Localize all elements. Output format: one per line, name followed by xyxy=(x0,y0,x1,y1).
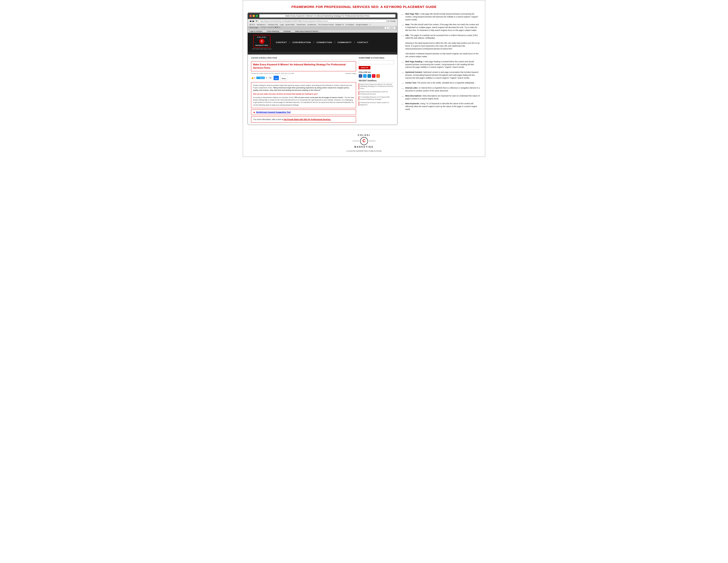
thumbs-up-icon: 👍 xyxy=(251,77,254,79)
footer-logo: COLOSI C MARKETING A COLOSI MARKETING PU… xyxy=(346,134,382,152)
toolbar-tweetcharts[interactable]: TweetCharts xyxy=(296,24,306,26)
article-author: Posted by Joelle Colosi on Thu, Aug 09, … xyxy=(251,72,294,74)
annotation-2: — Note: The title should match the conte… xyxy=(402,23,480,32)
footer-logo-top: COLOSI xyxy=(358,134,370,136)
annotation-9: — Internal Links: An internal link is a … xyxy=(402,86,480,92)
nav-context[interactable]: CONTEXT xyxy=(276,41,287,43)
subscribe-title: SUBSCRIBE to Fresh Ideas xyxy=(359,57,394,59)
page-footer: COLOSI C MARKETING A COLOSI MARKETING PU… xyxy=(248,129,480,152)
signup-button[interactable]: SIGN-UP xyxy=(359,66,370,69)
twitter-icon[interactable]: t xyxy=(363,74,367,78)
browser-bookmarks: Share page: f t ✉ g+ ✄ ♦ ★ M ✉ ☎ ◉ ➤ ♡ Q… xyxy=(248,26,397,30)
article-image-label: website image xyxy=(345,72,356,74)
browser-navbar: ◀ ▶ ↻ http://blog.colosimarketing.com/bl… xyxy=(248,19,397,23)
tweet-btn[interactable]: Tweet xyxy=(259,77,264,79)
content-search[interactable]: Q~ content xyxy=(384,26,396,29)
share-count: 18 xyxy=(268,77,272,79)
toolbar-register[interactable]: Register Yo xyxy=(336,24,344,26)
linkedin-icon[interactable]: in xyxy=(368,74,371,78)
annotation-7: — Optimized Content: Optimized content i… xyxy=(402,71,480,79)
site-header: COLOSI C MARKETING fresh ideas that make… xyxy=(248,33,397,52)
logo-c-icon: C xyxy=(259,39,265,44)
annotation-10: — Meta Descriptions: Meta descriptions a… xyxy=(402,94,480,100)
articles-header: Current Articles | RSS Feed xyxy=(251,57,356,60)
article-meta: Posted by Joelle Colosi on Thu, Aug 09, … xyxy=(251,72,356,74)
nav-contact[interactable]: CONTACT xyxy=(357,41,368,43)
annotations-section: — Web Page Title: A web page title shoul… xyxy=(402,13,480,113)
pinterest-icon[interactable]: P xyxy=(372,74,375,78)
tab-title[interactable]: Make Every Keyword A Winner! An Inbound … xyxy=(259,14,396,18)
traffic-lights xyxy=(250,15,258,17)
article-title: Make Every Keyword A Winner! An Inbound … xyxy=(251,61,356,71)
more-info-text: For more information, take a look at xyxy=(253,118,284,120)
toolbar-common[interactable]: The Common Pursuit xyxy=(318,24,334,26)
browser-window: Make Every Keyword A Winner! An Inbound … xyxy=(248,13,398,125)
bookmark-hootsuite[interactable]: HootSuite xyxy=(283,30,291,32)
gplus-count: 0 xyxy=(266,77,267,79)
toolbar-analytics[interactable]: Google Analytics xyxy=(356,24,368,26)
article-body: People looking for service providers beg… xyxy=(251,82,356,108)
recent-item-3: 5 Compelling Reasons To Prospect With In… xyxy=(359,96,394,100)
annotation-5: — Add dashes in between keyword phrases … xyxy=(402,52,480,58)
site-subheader xyxy=(248,52,397,55)
bullet-icon: ■ xyxy=(253,111,255,113)
recent-item-2: Wicked Inbound Marketing Funnel For Prof… xyxy=(359,91,394,95)
toolbar-more[interactable]: » xyxy=(370,24,371,26)
minimize-button-icon[interactable] xyxy=(253,15,255,17)
annotation-3: — URL: The pages of a website can be acc… xyxy=(402,34,480,40)
url-bar[interactable]: http://blog.colosimarketing.com/blog/bid… xyxy=(259,20,386,23)
site-logo: COLOSI C MARKETING fresh ideas that make… xyxy=(252,35,272,50)
bookmark-colosi[interactable]: Colosi Marketing xyxy=(267,30,279,32)
share-btn[interactable]: Share xyxy=(281,77,286,79)
rss-icon[interactable]: ⬡ xyxy=(376,74,380,78)
maximize-button-icon[interactable] xyxy=(256,15,258,17)
toolbar-item: ⊞ ⊟ ⊡ xyxy=(250,24,255,26)
google-label: Q~ Google xyxy=(388,20,396,22)
logo-tagline: fresh ideas that make sense xyxy=(252,48,272,50)
footer-subtitle: A COLOSI MARKETING PUBLICATION xyxy=(346,150,382,152)
annotation-4: — Weaving in the ideal keyword terms wit… xyxy=(402,42,480,50)
more-info-box: For more information, take a look at Get… xyxy=(251,116,356,122)
subscribe-input[interactable] xyxy=(359,60,394,64)
forward-icon[interactable]: ▶ xyxy=(253,20,254,22)
footer-line-left xyxy=(353,141,359,141)
tweet-icon: 🐦 xyxy=(257,77,259,79)
refresh-icon[interactable]: ↻ xyxy=(256,20,257,22)
recent-item-1: Make Every Keyword A Winner! An Inbound … xyxy=(359,83,394,90)
back-icon[interactable]: ◀ xyxy=(250,20,251,22)
like-count: 0 xyxy=(254,77,255,79)
bookmark-article[interactable]: Make Every Keyword A Winner! ... xyxy=(295,30,320,32)
toolbar-hubspot[interactable]: th HubSpot xyxy=(346,24,354,26)
annotation-6: — Web Page Heading: A web page heading i… xyxy=(402,60,480,69)
nav-community[interactable]: COMMUNITY xyxy=(338,41,352,43)
close-button-icon[interactable] xyxy=(250,15,252,17)
follow-title: FOLLOW me xyxy=(359,71,394,73)
toolbar-architecture[interactable]: Architecture xyxy=(308,24,316,26)
share-icons: f t ✉ g+ ✄ ♦ ★ M ✉ ☎ ◉ ➤ ♡ xyxy=(261,26,282,29)
social-icons: f t in P ⬡ xyxy=(359,74,394,78)
annotation-8: — Anchor Text: The anchor text is the vi… xyxy=(402,81,480,84)
annotation-1: — Web Page Title: A web page title shoul… xyxy=(402,13,480,21)
toolbar-hubspot-faq[interactable]: HubSpot FAQ xyxy=(268,24,278,26)
logo-bottom-text: MARKETING xyxy=(255,44,268,46)
social-bar: 👍 0 🐦 Tweet 0 18 Like xyxy=(251,75,356,80)
page-title: FRAMEWORK FOR PROFESSIONAL SERVICES SEO:… xyxy=(248,5,480,9)
keyword-tool-link[interactable]: Wordstream Keyword Suggestion Tool xyxy=(256,111,291,113)
keyword-tool-box: ■ Wordstream Keyword Suggestion Tool xyxy=(251,109,356,115)
bookmark-bar: Login to HubSpot Colosi Marketing HootSu… xyxy=(248,30,397,33)
nav-conversation[interactable]: CONVERSATION xyxy=(293,41,311,43)
facebook-icon[interactable]: f xyxy=(359,74,362,78)
bookmark-hubspot[interactable]: Login to HubSpot xyxy=(250,30,262,32)
main-content-right: SUBSCRIBE to Fresh Ideas SIGN-UP FOLLOW … xyxy=(359,57,394,122)
recent-headlines-title: RECENT headlines xyxy=(359,79,394,82)
footer-logo-bottom: MARKETING xyxy=(354,146,374,148)
like-btn[interactable]: Like xyxy=(275,77,278,79)
annotation-11: — Meta Keywords: Using 7 to 10 keywords … xyxy=(402,102,480,111)
site-main: Current Articles | RSS Feed Make Every K… xyxy=(248,55,397,125)
more-info-link[interactable]: Get Found! Rank with SEO for Professiona… xyxy=(284,118,331,120)
toolbar-wordpress[interactable]: Wordpress.c xyxy=(257,24,266,26)
body-bold-2: "75% of users never scroll past the firs… xyxy=(294,96,344,98)
toolbar-login[interactable]: Login - Quote Roller xyxy=(280,24,295,26)
browser-titlebar: Make Every Keyword A Winner! An Inbound … xyxy=(248,13,397,19)
nav-connection[interactable]: CONNECTION xyxy=(316,41,332,43)
